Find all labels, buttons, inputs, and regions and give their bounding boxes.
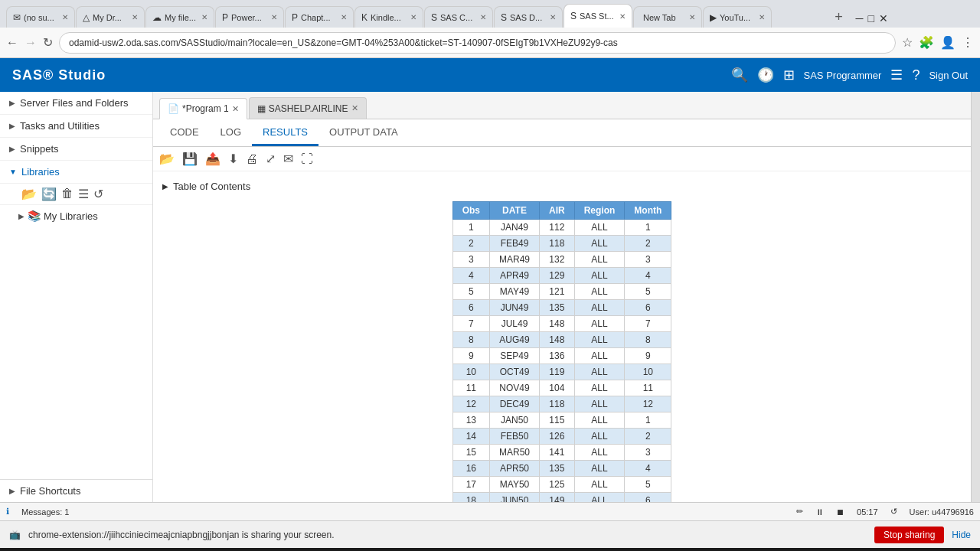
table-cell: 7	[625, 316, 671, 332]
hamburger-icon[interactable]: ☰	[890, 67, 903, 83]
browser-tab-sascode1[interactable]: SSAS C...✕	[424, 6, 493, 28]
table-cell: JAN50	[490, 412, 540, 429]
table-cell: 132	[540, 252, 575, 268]
tab-favicon: ✉	[13, 12, 21, 23]
search-icon[interactable]: 🔍	[731, 67, 748, 83]
pencil-icon[interactable]: ✏	[796, 507, 803, 517]
tab-close[interactable]: ✕	[132, 13, 138, 21]
forward-button[interactable]: →	[24, 36, 37, 50]
tab-close[interactable]: ✕	[689, 13, 695, 21]
table-cell: 135	[540, 300, 575, 316]
stop-icon[interactable]: ⏹	[836, 507, 844, 517]
grid-icon[interactable]: ⊞	[783, 67, 795, 83]
browser-tab-newtab[interactable]: New Tab✕	[633, 6, 702, 28]
screen-share-message: chrome-extension://jiihcciniecimeajcniap…	[28, 530, 335, 540]
sidebar-item-libraries[interactable]: ▼ Libraries	[0, 161, 152, 184]
browser-tab-youtube[interactable]: ▶YouTu...✕	[703, 6, 772, 28]
info-icon: ℹ	[6, 507, 9, 517]
tab-close[interactable]: ✕	[62, 13, 68, 21]
lib-new-icon[interactable]: 📂	[21, 187, 37, 201]
vertical-scrollbar[interactable]	[971, 92, 980, 502]
table-header: Region	[574, 202, 625, 220]
recording-refresh-icon[interactable]: ↺	[890, 507, 897, 517]
editor-tab-program1[interactable]: 📄 *Program 1 ✕	[159, 98, 247, 119]
expand-icon: ▶	[9, 145, 15, 153]
browser-tab-gmail[interactable]: ✉(no su...✕	[6, 6, 75, 28]
view-tabs-bar: CODE LOG RESULTS OUTPUT DATA	[153, 119, 971, 147]
bookmark-icon[interactable]: ☆	[902, 35, 913, 50]
menu-icon[interactable]: ⋮	[962, 35, 974, 50]
maximize-button[interactable]: □	[868, 12, 874, 24]
browser-tab-files[interactable]: ☁My file...✕	[145, 6, 214, 28]
toolbar-expand-icon[interactable]: ⤢	[266, 152, 276, 166]
address-input[interactable]	[59, 32, 896, 54]
toc-row[interactable]: ▶ Table of Contents	[162, 181, 250, 192]
sidebar-item-snippets[interactable]: ▶ Snippets	[0, 138, 152, 161]
sidebar-item-file-shortcuts[interactable]: ▶ File Shortcuts	[0, 479, 152, 502]
tab-close[interactable]: ✕	[480, 13, 486, 21]
tab-close-icon[interactable]: ✕	[232, 104, 239, 114]
expand-icon: ▶	[9, 487, 15, 495]
sidebar-item-my-libraries[interactable]: ▶ 📚 My Libraries	[0, 205, 152, 227]
tab-close[interactable]: ✕	[271, 13, 277, 21]
browser-tab-kindle[interactable]: KKindle...✕	[354, 6, 423, 28]
sidebar-item-tasks[interactable]: ▶ Tasks and Utilities	[0, 115, 152, 138]
browser-tab-drive[interactable]: △My Dr...✕	[76, 6, 145, 28]
tab-close[interactable]: ✕	[759, 13, 765, 21]
toolbar-open-icon[interactable]: 📂	[159, 152, 175, 166]
view-tab-results[interactable]: RESULTS	[252, 120, 318, 146]
tab-close[interactable]: ✕	[410, 13, 416, 21]
sidebar-item-server-files[interactable]: ▶ Server Files and Folders	[0, 92, 152, 115]
stop-sharing-button[interactable]: Stop sharing	[874, 527, 944, 543]
table-cell: 4	[625, 268, 671, 284]
toolbar-export-icon[interactable]: 📤	[205, 152, 220, 166]
browser-tab-sasstudio[interactable]: SSAS St...✕	[564, 4, 632, 28]
lib-refresh-icon[interactable]: 🔄	[41, 187, 57, 201]
signout-button[interactable]: Sign Out	[929, 70, 968, 81]
table-cell: ALL	[574, 332, 625, 348]
lib-delete-icon[interactable]: 🗑	[61, 187, 74, 201]
table-row: 4APR49129ALL4	[452, 268, 671, 284]
tab-close[interactable]: ✕	[341, 13, 347, 21]
table-cell: 2	[452, 236, 489, 252]
toolbar-email-icon[interactable]: ✉	[283, 152, 293, 166]
status-bar: ℹ Messages: 1 ✏ ⏸ ⏹ 05:17 ↺ User: u44796…	[0, 502, 980, 520]
table-cell: ALL	[574, 364, 625, 380]
minimize-button[interactable]: ─	[856, 12, 864, 24]
view-tab-code[interactable]: CODE	[159, 120, 210, 146]
hide-button[interactable]: Hide	[952, 530, 971, 540]
table-cell: AUG49	[490, 332, 540, 348]
view-tab-log[interactable]: LOG	[210, 120, 252, 146]
tab-close[interactable]: ✕	[619, 12, 626, 21]
help-icon[interactable]: ?	[912, 67, 920, 83]
tab-close[interactable]: ✕	[201, 13, 207, 21]
lib-edit-icon[interactable]: ↺	[93, 187, 103, 201]
account-icon[interactable]: 👤	[940, 35, 956, 50]
browser-tab-powerpoint[interactable]: PPower...✕	[215, 6, 284, 28]
toolbar-download-icon[interactable]: ⬇	[228, 152, 238, 166]
table-cell: ALL	[574, 429, 625, 445]
close-button[interactable]: ✕	[879, 12, 888, 24]
table-cell: ALL	[574, 445, 625, 461]
programmer-dropdown[interactable]: SAS Programmer	[804, 70, 882, 81]
view-tab-output[interactable]: OUTPUT DATA	[318, 120, 409, 146]
tab-close-icon[interactable]: ✕	[351, 103, 358, 113]
back-button[interactable]: ←	[6, 36, 18, 50]
reload-button[interactable]: ↻	[43, 35, 53, 50]
table-cell: 118	[540, 236, 575, 252]
table-cell: 18	[452, 493, 489, 503]
history-icon[interactable]: 🕐	[757, 67, 774, 83]
editor-tab-airline[interactable]: ▦ SASHELP.AIRLINE ✕	[249, 97, 367, 119]
pause-icon[interactable]: ⏸	[815, 507, 824, 517]
browser-tab-chapters[interactable]: PChapt...✕	[285, 6, 354, 28]
extensions-icon[interactable]: 🧩	[919, 35, 934, 50]
toolbar-save-icon[interactable]: 💾	[182, 152, 198, 166]
sidebar-item-label: Libraries	[21, 166, 60, 178]
browser-frame: ✉(no su...✕△My Dr...✕☁My file...✕PPower.…	[0, 0, 980, 58]
toolbar-fullscreen-icon[interactable]: ⛶	[301, 152, 313, 166]
new-tab-button[interactable]: +	[828, 6, 850, 28]
lib-list-icon[interactable]: ☰	[78, 187, 89, 201]
toolbar-print-icon[interactable]: 🖨	[246, 152, 258, 166]
tab-close[interactable]: ✕	[550, 13, 556, 21]
browser-tab-sasd[interactable]: SSAS D...✕	[494, 6, 563, 28]
